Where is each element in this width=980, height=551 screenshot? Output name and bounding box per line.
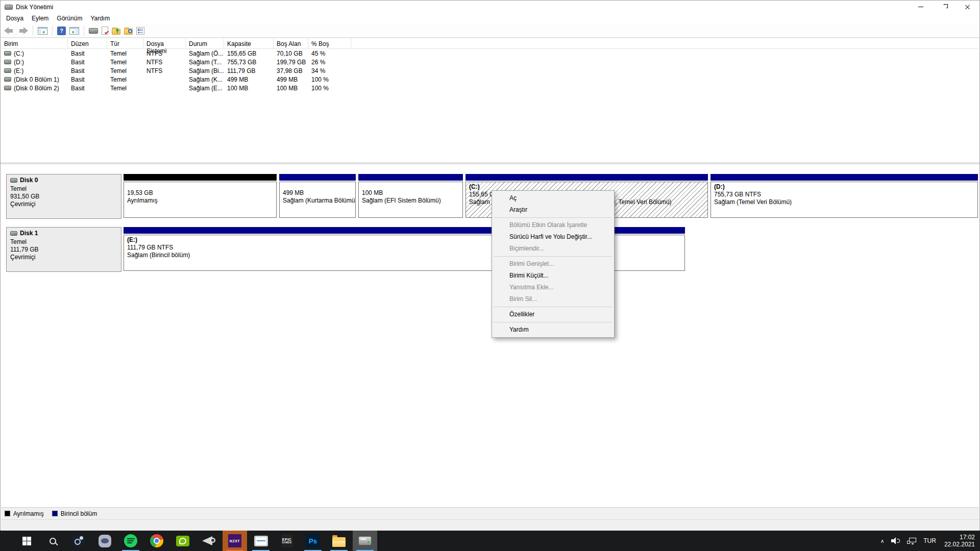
clock[interactable]: 17:02 22.02.2021 bbox=[944, 534, 975, 548]
disk-management-icon bbox=[358, 536, 372, 545]
partition-efi[interactable]: 100 MB Sağlam (EFI Sistem Bölümü) bbox=[358, 174, 463, 219]
window-controls bbox=[909, 1, 979, 13]
menu-item-arastir[interactable]: Araştır bbox=[493, 204, 613, 216]
cell-pct: 100 % bbox=[308, 85, 351, 92]
forward-icon[interactable] bbox=[18, 27, 28, 35]
taskbar-search-button[interactable] bbox=[40, 531, 65, 551]
epic-games-icon: EPICGAMES bbox=[281, 534, 293, 547]
menu-gorunum[interactable]: Görünüm bbox=[53, 13, 86, 24]
cell-capacity: 155,65 GB bbox=[224, 50, 274, 57]
close-icon bbox=[965, 4, 971, 10]
taskbar-photoshop-button[interactable]: Ps bbox=[301, 531, 325, 551]
menu-item-ac[interactable]: Aç bbox=[493, 192, 613, 204]
discord-icon bbox=[99, 535, 111, 547]
disk-icon bbox=[10, 178, 17, 183]
close-button[interactable] bbox=[956, 1, 979, 13]
back-icon[interactable] bbox=[4, 27, 14, 35]
menu-item-surucu-harfi[interactable]: Sürücü Harfi ve Yolu Değiştir... bbox=[493, 231, 613, 243]
taskbar-explorer-button[interactable] bbox=[327, 531, 351, 551]
table-row[interactable]: (D:) Basit Temel NTFS Sağlam (T... 755,7… bbox=[1, 58, 979, 66]
volume-disk-icon bbox=[4, 86, 11, 90]
tray-chevron-icon[interactable]: ∧ bbox=[880, 538, 884, 544]
cell-volume: (Disk 0 Bölüm 2) bbox=[14, 85, 59, 92]
table-row[interactable]: (C:) Basit Temel NTFS Sağlam (Ö... 155,6… bbox=[1, 49, 979, 58]
disk-name: Disk 0 bbox=[20, 177, 38, 184]
cell-layout: Basit bbox=[68, 67, 107, 74]
partition-status: Sağlam (EFI Sistem Bölümü) bbox=[362, 197, 459, 205]
menu-separator bbox=[494, 307, 612, 307]
taskbar-nzxt-button[interactable]: NZXT bbox=[223, 531, 247, 551]
table-row[interactable]: (Disk 0 Bölüm 1) Basit Temel Sağlam (K..… bbox=[1, 75, 979, 84]
folder-search-icon[interactable] bbox=[124, 29, 133, 35]
disk-status: Çevrimiçi bbox=[10, 201, 121, 208]
col-bos-alan[interactable]: Boş Alan bbox=[274, 38, 308, 48]
cell-volume: (Disk 0 Bölüm 1) bbox=[14, 76, 59, 83]
toolbar-separator bbox=[84, 26, 84, 36]
properties-list-icon[interactable] bbox=[136, 27, 144, 35]
partition-d[interactable]: (D:) 755,73 GB NTFS Sağlam (Temel Veri B… bbox=[710, 174, 978, 219]
language-indicator[interactable]: TUR bbox=[923, 537, 936, 544]
disk0-header[interactable]: Disk 0 Temel 931,50 GB Çevrimiçi bbox=[6, 174, 121, 219]
nzxt-cam-icon: NZXT bbox=[228, 534, 241, 547]
cell-type: Temel bbox=[107, 76, 143, 83]
toolbar: ? bbox=[1, 24, 979, 38]
partition-recovery[interactable]: 499 MB Sağlam (Kurtarma Bölümü) bbox=[279, 174, 356, 219]
col-kapasite[interactable]: Kapasite bbox=[224, 38, 274, 48]
menu-dosya[interactable]: Dosya bbox=[2, 13, 28, 24]
taskbar-chrome-button[interactable] bbox=[144, 531, 169, 551]
cell-layout: Basit bbox=[68, 59, 107, 66]
taskbar-spotify-button[interactable] bbox=[118, 531, 143, 551]
volume-icon[interactable] bbox=[891, 537, 900, 544]
cell-layout: Basit bbox=[68, 76, 107, 83]
minimize-button[interactable] bbox=[909, 1, 933, 13]
table-row[interactable]: (Disk 0 Bölüm 2) Basit Temel Sağlam (E..… bbox=[1, 84, 979, 92]
disk1-header[interactable]: Disk 1 Temel 111,79 GB Çevrimiçi bbox=[6, 227, 121, 272]
restore-button[interactable] bbox=[933, 1, 956, 13]
context-menu: Aç Araştır Bölümü Etkin Olarak İşaretle … bbox=[492, 190, 615, 338]
device-icon[interactable] bbox=[89, 28, 98, 34]
tray-date: 22.02.2021 bbox=[944, 541, 975, 548]
menu-eylem[interactable]: Eylem bbox=[28, 13, 53, 24]
menu-item-ozellikler[interactable]: Özellikler bbox=[493, 309, 613, 320]
start-button[interactable] bbox=[14, 531, 39, 551]
partition-unallocated[interactable]: 19,53 GB Ayrılmamış bbox=[124, 174, 277, 219]
taskbar-monitor-app-button[interactable] bbox=[249, 531, 273, 551]
menu-item-yardim[interactable]: Yardım bbox=[493, 324, 613, 336]
taskbar-nvidia-button[interactable] bbox=[170, 531, 195, 551]
help-icon[interactable]: ? bbox=[57, 27, 66, 35]
col-pct-bos[interactable]: % Boş bbox=[308, 38, 351, 48]
console-tree-icon[interactable] bbox=[38, 27, 47, 35]
menu-separator bbox=[494, 256, 612, 257]
cell-status: Sağlam (E... bbox=[186, 85, 224, 92]
epic-text: EPIC bbox=[282, 538, 291, 541]
col-tur[interactable]: Tür bbox=[107, 38, 143, 48]
taskbar-audio-horn-button[interactable] bbox=[197, 531, 221, 551]
partition-color-bar bbox=[279, 174, 356, 181]
action-pane-icon[interactable] bbox=[69, 27, 79, 35]
status-strip bbox=[1, 519, 979, 531]
cell-status: Sağlam (Bi... bbox=[186, 67, 224, 74]
menu-yardim[interactable]: Yardım bbox=[86, 13, 114, 24]
folder-up-icon[interactable] bbox=[112, 29, 120, 35]
taskbar-discord-button[interactable] bbox=[92, 531, 117, 551]
col-duzen[interactable]: Düzen bbox=[68, 38, 107, 48]
col-filler bbox=[351, 38, 979, 48]
taskbar-epic-button[interactable]: EPICGAMES bbox=[275, 531, 299, 551]
cell-pct: 34 % bbox=[308, 67, 351, 74]
photoshop-icon: Ps bbox=[306, 534, 320, 547]
col-dosya-sistemi[interactable]: Dosya Sistemi bbox=[143, 38, 186, 48]
col-durum[interactable]: Durum bbox=[186, 38, 224, 48]
spotify-icon bbox=[124, 534, 137, 547]
network-icon[interactable] bbox=[907, 538, 916, 544]
check-document-icon[interactable] bbox=[102, 27, 108, 35]
menu-item-birimi-kucult[interactable]: Birimi Küçült... bbox=[493, 270, 613, 282]
taskbar-steam-button[interactable] bbox=[66, 531, 91, 551]
restore-icon bbox=[942, 5, 946, 9]
cell-capacity: 755,73 GB bbox=[224, 59, 274, 66]
volume-disk-icon bbox=[4, 51, 11, 56]
col-birim[interactable]: Birim bbox=[1, 38, 68, 48]
taskbar-disk-management-button[interactable] bbox=[353, 531, 377, 551]
table-row[interactable]: (E:) Basit Temel NTFS Sağlam (Bi... 111,… bbox=[1, 66, 979, 75]
cell-type: Temel bbox=[107, 85, 143, 92]
chrome-icon bbox=[150, 534, 163, 547]
